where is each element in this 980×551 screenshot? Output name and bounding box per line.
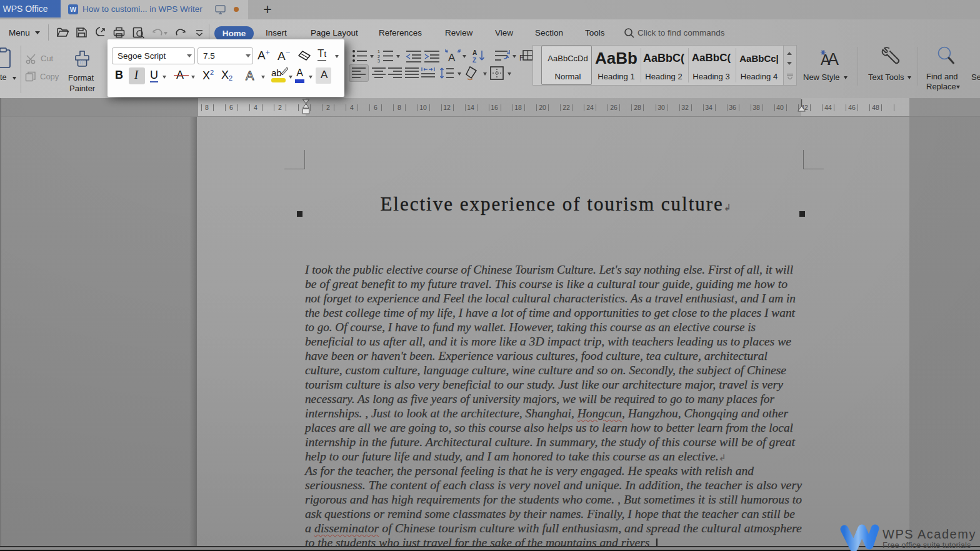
svg-text:1: 1	[378, 49, 380, 54]
svg-text:WPS Academy: WPS Academy	[882, 527, 976, 541]
svg-text:A: A	[828, 50, 839, 69]
svg-text:3: 3	[378, 59, 380, 63]
svg-text:A: A	[472, 49, 477, 56]
svg-text:Free office suite tutorials: Free office suite tutorials	[882, 540, 971, 550]
svg-text:Z: Z	[472, 57, 476, 63]
svg-text:A: A	[448, 52, 456, 63]
svg-text:A: A	[246, 69, 254, 82]
svg-text:2: 2	[378, 54, 380, 59]
svg-text:F: F	[519, 54, 524, 62]
